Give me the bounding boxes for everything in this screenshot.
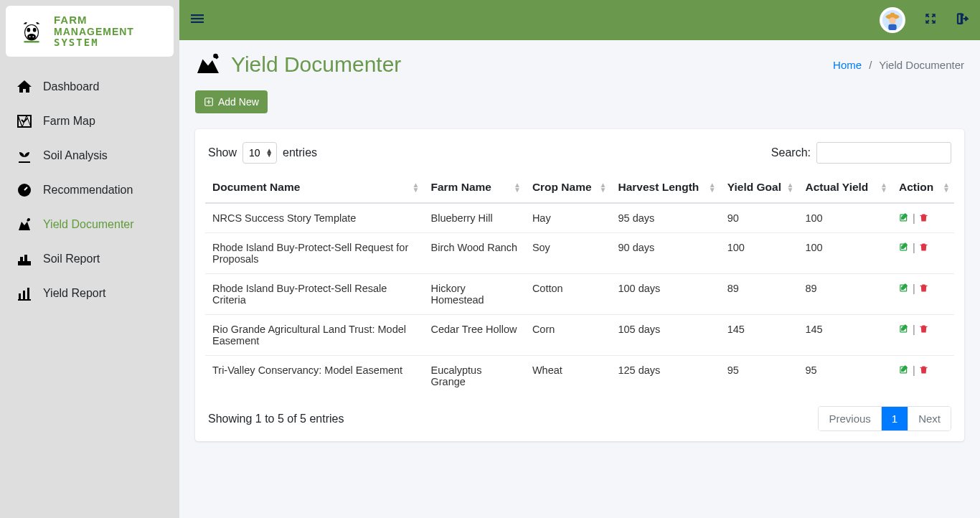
brand-logo-icon: [17, 17, 47, 47]
svg-rect-13: [19, 293, 21, 299]
page-length-select[interactable]: 10: [242, 142, 277, 164]
edit-icon[interactable]: [899, 283, 910, 294]
cell-action: |: [892, 203, 954, 233]
svg-rect-24: [958, 14, 962, 24]
svg-point-1: [27, 27, 30, 32]
user-avatar[interactable]: [880, 7, 905, 33]
sidebar-item-yield-documenter[interactable]: Yield Documenter: [0, 207, 179, 242]
search-label: Search:: [771, 146, 811, 159]
svg-point-4: [29, 36, 31, 37]
table-info: Showing 1 to 5 of 5 entries: [208, 413, 344, 425]
cell-actual: 89: [798, 274, 891, 315]
col-document-name[interactable]: Document Name▲▼: [205, 172, 424, 203]
sort-icon: ▲▼: [600, 182, 607, 192]
sort-icon: ▲▼: [514, 182, 521, 192]
cell-actual: 145: [798, 315, 891, 356]
page-prev[interactable]: Previous: [819, 407, 880, 430]
cell-actual: 100: [798, 233, 891, 274]
edit-icon[interactable]: [899, 324, 910, 335]
svg-point-2: [33, 27, 37, 32]
edit-icon[interactable]: [899, 242, 910, 253]
page-1[interactable]: 1: [881, 407, 908, 430]
col-harvest-length[interactable]: Harvest Length▲▼: [611, 172, 720, 203]
cell-goal: 95: [720, 356, 798, 397]
pagination: Previous 1 Next: [818, 406, 951, 431]
sidebar-item-yield-report[interactable]: Yield Report: [0, 276, 179, 311]
col-yield-goal[interactable]: Yield Goal▲▼: [720, 172, 798, 203]
svg-rect-15: [27, 288, 29, 299]
gauge-icon: [16, 182, 33, 199]
cell-farm: Birch Wood Ranch: [424, 233, 525, 274]
svg-point-22: [889, 17, 895, 24]
sidebar-item-label: Dashboard: [43, 80, 99, 93]
table-row: Tri-Valley Conservancy: Model EasementEu…: [205, 356, 954, 397]
length-control: Show 10 ▲▼ entries: [208, 142, 317, 164]
page-next[interactable]: Next: [908, 407, 951, 430]
sidebar-item-dashboard[interactable]: Dashboard: [0, 70, 179, 104]
sidebar-item-farm-map[interactable]: Farm Map: [0, 104, 179, 138]
cell-goal: 100: [720, 233, 798, 274]
cell-document: NRCS Success Story Template: [205, 203, 424, 233]
search-input[interactable]: [816, 142, 951, 164]
menu-toggle-icon[interactable]: [191, 12, 204, 29]
col-crop-name[interactable]: Crop Name▲▼: [525, 172, 611, 203]
cell-action: |: [892, 356, 954, 397]
breadcrumb-home[interactable]: Home: [833, 59, 862, 71]
svg-rect-10: [18, 261, 31, 265]
sidebar-item-label: Farm Map: [43, 115, 95, 128]
sidebar-item-recommendation[interactable]: Recommendation: [0, 173, 179, 207]
add-new-button[interactable]: Add New: [195, 90, 268, 113]
cell-document: Tri-Valley Conservancy: Model Easement: [205, 356, 424, 397]
delete-icon[interactable]: [918, 242, 929, 253]
sidebar-item-label: Recommendation: [43, 184, 133, 197]
svg-rect-12: [24, 255, 27, 261]
svg-point-9: [27, 218, 30, 221]
cell-document: Rhode Island Buy-Protect-Sell Resale Cri…: [205, 274, 424, 315]
edit-icon[interactable]: [899, 364, 910, 376]
col-farm-name[interactable]: Farm Name▲▼: [424, 172, 525, 203]
cell-harvest: 90 days: [611, 233, 720, 274]
cell-harvest: 125 days: [611, 356, 720, 397]
cell-document: Rhode Island Buy-Protect-Sell Request fo…: [205, 233, 424, 274]
svg-rect-11: [20, 257, 23, 261]
cell-crop: Wheat: [525, 356, 611, 397]
svg-rect-21: [890, 13, 895, 16]
cell-farm: Blueberry Hill: [424, 203, 525, 233]
logout-icon[interactable]: [956, 12, 969, 28]
sidebar-item-soil-analysis[interactable]: Soil Analysis: [0, 138, 179, 173]
col-action[interactable]: Action▲▼: [892, 172, 954, 203]
svg-rect-16: [191, 14, 204, 16]
sort-icon: ▲▼: [880, 182, 887, 192]
delete-icon[interactable]: [918, 283, 929, 294]
cell-action: |: [892, 274, 954, 315]
cell-farm: Hickory Homestead: [424, 274, 525, 315]
seedling-icon: [16, 147, 33, 164]
col-actual-yield[interactable]: Actual Yield▲▼: [798, 172, 891, 203]
delete-icon[interactable]: [918, 324, 929, 335]
cell-document: Rio Grande Agricultural Land Trust: Mode…: [205, 315, 424, 356]
svg-rect-23: [888, 24, 896, 30]
delete-icon[interactable]: [918, 364, 929, 376]
cell-actual: 95: [798, 356, 891, 397]
edit-icon[interactable]: [899, 212, 910, 224]
separator: |: [913, 212, 915, 224]
sidebar: FARM MANAGEMENT SYSTEM Dashboard Farm Ma…: [0, 0, 179, 518]
cell-crop: Corn: [525, 315, 611, 356]
nav-list: Dashboard Farm Map Soil Analysis Recomme…: [0, 62, 179, 318]
svg-rect-17: [191, 17, 204, 19]
sidebar-item-soil-report[interactable]: Soil Report: [0, 242, 179, 276]
cell-goal: 89: [720, 274, 798, 315]
brand[interactable]: FARM MANAGEMENT SYSTEM: [6, 6, 174, 57]
cell-farm: Cedar Tree Hollow: [424, 315, 525, 356]
table-row: Rio Grande Agricultural Land Trust: Mode…: [205, 315, 954, 356]
sort-icon: ▲▼: [709, 182, 716, 192]
delete-icon[interactable]: [918, 212, 929, 224]
separator: |: [913, 324, 915, 335]
sidebar-item-label: Yield Report: [43, 287, 105, 300]
sort-icon: ▲▼: [787, 182, 794, 192]
map-icon: [16, 113, 33, 130]
page-title: Yield Documenter: [195, 52, 401, 77]
expand-icon[interactable]: [924, 12, 937, 28]
separator: |: [913, 242, 915, 253]
layers-icon: [16, 250, 33, 268]
